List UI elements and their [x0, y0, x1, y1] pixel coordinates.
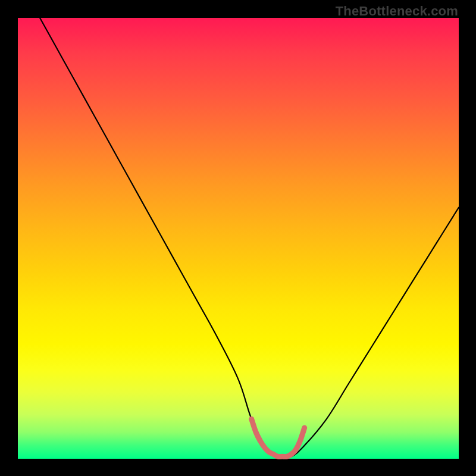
optimal-band-curve	[252, 419, 305, 456]
chart-svg	[18, 18, 459, 459]
watermark-text: TheBottleneck.com	[336, 4, 458, 19]
chart-frame: TheBottleneck.com	[0, 0, 476, 476]
bottleneck-curve	[40, 18, 459, 458]
plot-area	[18, 18, 459, 459]
